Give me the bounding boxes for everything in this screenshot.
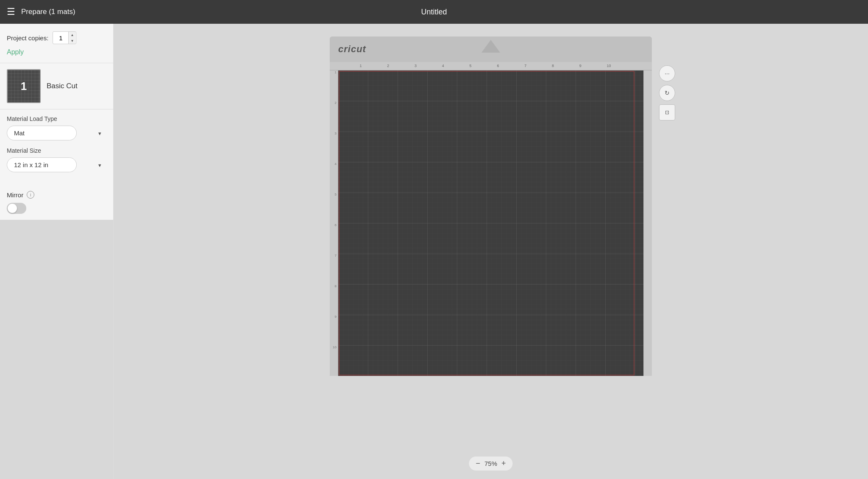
number-input-wrapper: ▲ ▼ [53, 31, 76, 44]
ruler-top-8: 8 [552, 64, 554, 68]
material-load-type-label: Material Load Type [7, 115, 106, 122]
mat-triangle-icon [481, 40, 500, 53]
project-copies-row: Project copies: ▲ ▼ [7, 31, 106, 44]
cricut-mat: cricut 1 2 3 4 5 6 7 8 [330, 36, 652, 376]
topbar-center-title: Untitled [421, 8, 447, 17]
mirror-info-icon[interactable]: i [27, 191, 34, 199]
zoom-out-button[interactable]: − [476, 459, 480, 468]
topbar: ☰ Prepare (1 mats) Untitled [0, 0, 868, 24]
project-copies-input[interactable] [53, 34, 68, 42]
mirror-label: Mirror [7, 191, 23, 199]
more-options-icon: ··· [665, 70, 670, 77]
mirror-toggle[interactable] [7, 203, 26, 214]
material-size-chevron-icon: ▾ [98, 162, 101, 168]
cricut-logo: cricut [338, 44, 366, 55]
more-options-button[interactable]: ··· [659, 65, 675, 81]
refresh-button[interactable]: ↻ [659, 85, 675, 101]
ruler-left-9: 9 [335, 315, 337, 345]
mat-header: cricut [330, 36, 652, 62]
zoom-in-button[interactable]: + [501, 459, 506, 468]
mirror-section: Mirror i [0, 185, 113, 220]
number-input-arrows: ▲ ▼ [68, 32, 75, 44]
ruler-top-1: 1 [359, 64, 362, 68]
mat-cut-label: Basic Cut [47, 82, 78, 90]
material-load-type-chevron-icon: ▾ [98, 130, 101, 136]
copies-down-button[interactable]: ▼ [69, 38, 75, 44]
ruler-left-10: 10 [333, 345, 337, 376]
material-size-dropdown-wrapper: 12 in x 12 in 12 in x 24 in ▾ [7, 157, 106, 172]
canvas-area: cricut 1 2 3 4 5 6 7 8 [114, 24, 868, 479]
material-size-label: Material Size [7, 147, 106, 154]
ruler-top-2: 2 [387, 64, 389, 68]
ruler-top-9: 9 [579, 64, 581, 68]
material-load-type-dropdown-wrapper: Mat Roll ▾ [7, 126, 106, 140]
ruler-left-7: 7 [335, 254, 337, 284]
sidebar-empty-area [0, 220, 113, 479]
ruler-left-2: 2 [335, 101, 337, 132]
ruler-top-6: 6 [497, 64, 499, 68]
ruler-left-1: 1 [335, 70, 337, 101]
mat-grid-svg [338, 70, 643, 376]
svg-rect-1 [338, 70, 643, 376]
mirror-row: Mirror i [7, 191, 106, 199]
copies-up-button[interactable]: ▲ [69, 32, 75, 38]
ruler-top-3: 3 [415, 64, 417, 68]
apply-button[interactable]: Apply [7, 48, 24, 56]
mat-right-ruler [643, 70, 652, 376]
toggle-thumb [8, 204, 17, 213]
ruler-left-8: 8 [335, 284, 337, 315]
material-size-select[interactable]: 12 in x 12 in 12 in x 24 in [7, 157, 77, 172]
mat-thumbnail-number: 1 [21, 80, 27, 93]
refresh-icon: ↻ [665, 90, 670, 96]
mat-body: 1 2 3 4 5 6 7 8 9 10 [330, 70, 652, 376]
zoom-level-label: 75% [484, 460, 497, 467]
material-load-type-select[interactable]: Mat Roll [7, 126, 77, 140]
sidebar-top: Project copies: ▲ ▼ Apply [0, 24, 113, 63]
ruler-left-3: 3 [335, 132, 337, 162]
mat-section: 1 Basic Cut [0, 63, 113, 109]
ruler-top-7: 7 [524, 64, 526, 68]
material-load-type-section: Material Load Type Mat Roll ▾ Material S… [0, 109, 113, 185]
topbar-title: Prepare (1 mats) [21, 8, 75, 16]
mat-overlay-icons: ··· ↻ ⊡ [659, 65, 675, 120]
layers-button[interactable]: ⊡ [659, 104, 675, 120]
layers-icon: ⊡ [665, 109, 669, 115]
mat-top-ruler: 1 2 3 4 5 6 7 8 9 10 [330, 62, 652, 70]
zoom-control: − 75% + [469, 457, 512, 471]
ruler-top-5: 5 [470, 64, 472, 68]
ruler-top-10: 10 [607, 64, 611, 68]
ruler-top-4: 4 [442, 64, 444, 68]
mat-left-ruler: 1 2 3 4 5 6 7 8 9 10 [330, 70, 338, 376]
sidebar: Project copies: ▲ ▼ Apply 1 Basic Cut [0, 24, 114, 479]
mat-thumbnail[interactable]: 1 [7, 69, 41, 103]
ruler-left-5: 5 [335, 193, 337, 223]
mat-grid-area[interactable] [338, 70, 643, 376]
project-copies-label: Project copies: [7, 34, 48, 42]
menu-icon[interactable]: ☰ [7, 6, 15, 17]
cricut-mat-container: cricut 1 2 3 4 5 6 7 8 [330, 36, 652, 376]
ruler-left-4: 4 [335, 162, 337, 193]
ruler-left-6: 6 [335, 223, 337, 254]
main-content: Project copies: ▲ ▼ Apply 1 Basic Cut [0, 24, 868, 479]
